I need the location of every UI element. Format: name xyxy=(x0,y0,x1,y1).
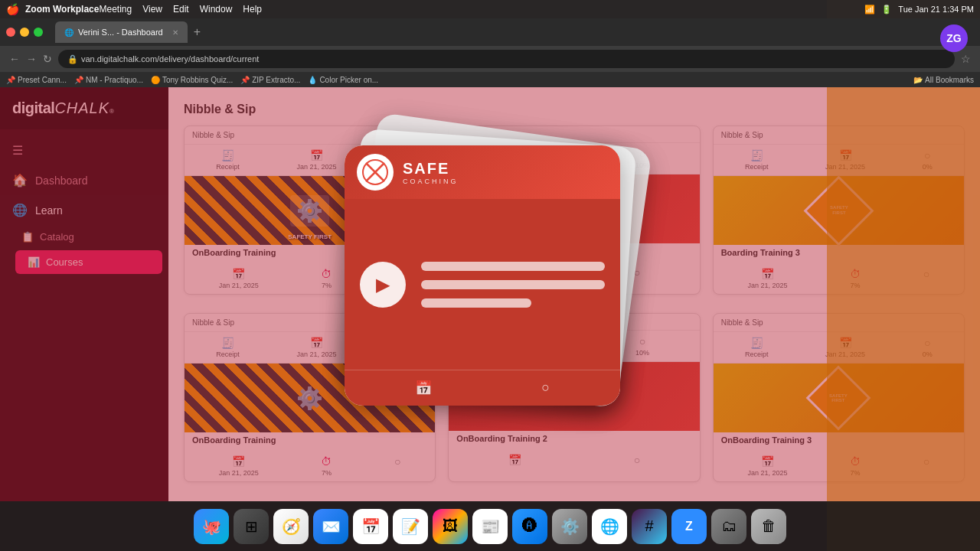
card-lines xyxy=(421,262,605,308)
bookmark-item[interactable]: 📌 Preset Cann... xyxy=(6,76,67,84)
card-body: ▶ xyxy=(345,199,620,370)
url-input[interactable]: 🔒 van.digitalchalk.com/delivery/dashboar… xyxy=(58,50,955,68)
new-tab-button[interactable]: + xyxy=(194,25,201,39)
dock-finder[interactable]: 🐙 xyxy=(194,509,229,544)
tab-bar: 🌐 Verini S... - Dashboard ✕ + ZG xyxy=(0,18,980,46)
tab-close-icon[interactable]: ✕ xyxy=(172,28,178,37)
bookmark-item[interactable]: 📌 ZIP Extracto... xyxy=(240,76,300,84)
play-button: ▶ xyxy=(360,262,406,308)
mac-status-bar: 📶 🔋 Tue Jan 21 1:34 PM xyxy=(864,5,974,15)
dock-slack[interactable]: # xyxy=(632,509,667,544)
card-line-3 xyxy=(421,298,531,308)
dock-sysprefs[interactable]: ⚙️ xyxy=(552,509,587,544)
dock-calendar[interactable]: 📅 xyxy=(353,509,388,544)
menu-help[interactable]: Help xyxy=(243,4,262,15)
dock-safari[interactable]: 🧭 xyxy=(273,509,309,544)
card-header: SAFE COACHING xyxy=(345,145,620,199)
traffic-lights xyxy=(6,28,43,37)
browser-chrome: 🌐 Verini S... - Dashboard ✕ + ZG ← → ↻ 🔒… xyxy=(0,18,980,87)
bookmark-item[interactable]: 🟠 Tony Robbins Quiz... xyxy=(151,76,233,84)
bookmark-item[interactable]: 📌 NM - Practiquo... xyxy=(74,76,143,84)
minimize-button[interactable] xyxy=(20,28,29,37)
dock-news[interactable]: 📰 xyxy=(472,509,508,544)
clock: Tue Jan 21 1:34 PM xyxy=(898,5,974,14)
fullscreen-button[interactable] xyxy=(34,28,43,37)
safe-logo-svg xyxy=(361,158,389,186)
stack-front: SAFE COACHING ▶ 📅 ○ xyxy=(345,145,620,406)
menu-edit[interactable]: Edit xyxy=(173,4,189,15)
menu-window[interactable]: Window xyxy=(200,4,233,15)
menu-meeting[interactable]: Meeting xyxy=(99,4,132,15)
footer-circle-icon: ○ xyxy=(541,380,550,396)
coaching-subtitle: COACHING xyxy=(403,178,459,185)
dock-mail[interactable]: ✉️ xyxy=(313,509,348,544)
dock-launchpad[interactable]: ⊞ xyxy=(234,509,269,544)
forward-button[interactable]: → xyxy=(26,53,37,65)
card-stack: SAFE COACHING ▶ 📅 ○ xyxy=(345,130,635,421)
wifi-icon: 📶 xyxy=(864,5,875,15)
address-bar: ← → ↻ 🔒 van.digitalchalk.com/delivery/da… xyxy=(0,46,980,72)
app-name: Zoom Workplace xyxy=(25,4,99,15)
menu-view[interactable]: View xyxy=(142,4,162,15)
bookmark-item[interactable]: 💧 Color Picker on... xyxy=(308,76,378,84)
safe-title: SAFE xyxy=(403,160,459,178)
mac-menu-bar: Meeting View Edit Window Help xyxy=(99,4,262,15)
battery-icon: 🔋 xyxy=(881,5,892,15)
mac-top-bar: 🍎 Zoom Workplace Meeting View Edit Windo… xyxy=(0,0,980,18)
back-button[interactable]: ← xyxy=(9,53,20,65)
dock-reminders[interactable]: 📝 xyxy=(393,509,428,544)
mac-dock: 🐙 ⊞ 🧭 ✉️ 📅 📝 🖼 📰 🅐 ⚙️ 🌐 # Z 🗂 🗑 xyxy=(0,501,980,551)
bookmark-star-icon[interactable]: ☆ xyxy=(961,53,971,65)
dock-trash[interactable]: 🗑 xyxy=(751,509,786,544)
all-bookmarks[interactable]: 📂 All Bookmarks xyxy=(913,76,974,84)
safe-logo xyxy=(357,154,394,191)
footer-calendar-icon: 📅 xyxy=(415,380,432,396)
refresh-button[interactable]: ↻ xyxy=(43,53,52,65)
card-footer-icons: 📅 ○ xyxy=(345,370,620,406)
user-avatar[interactable]: ZG xyxy=(940,24,968,52)
dock-photos[interactable]: 🖼 xyxy=(433,509,468,544)
card-line-1 xyxy=(421,262,605,271)
safe-coaching-text: SAFE COACHING xyxy=(403,160,459,185)
bookmarks-bar: 📌 Preset Cann... 📌 NM - Practiquo... 🟠 T… xyxy=(0,72,980,87)
stacked-cards-icon: SAFE COACHING ▶ 📅 ○ xyxy=(314,99,666,452)
card-line-2 xyxy=(421,280,605,289)
dock-zoom[interactable]: Z xyxy=(671,509,707,544)
active-tab[interactable]: 🌐 Verini S... - Dashboard ✕ xyxy=(55,21,188,43)
dock-files[interactable]: 🗂 xyxy=(711,509,746,544)
dock-appstore[interactable]: 🅐 xyxy=(512,509,547,544)
close-button[interactable] xyxy=(6,28,15,37)
dock-chrome[interactable]: 🌐 xyxy=(592,509,627,544)
apple-logo[interactable]: 🍎 xyxy=(6,3,19,15)
tab-label: Verini S... - Dashboard xyxy=(78,28,163,37)
